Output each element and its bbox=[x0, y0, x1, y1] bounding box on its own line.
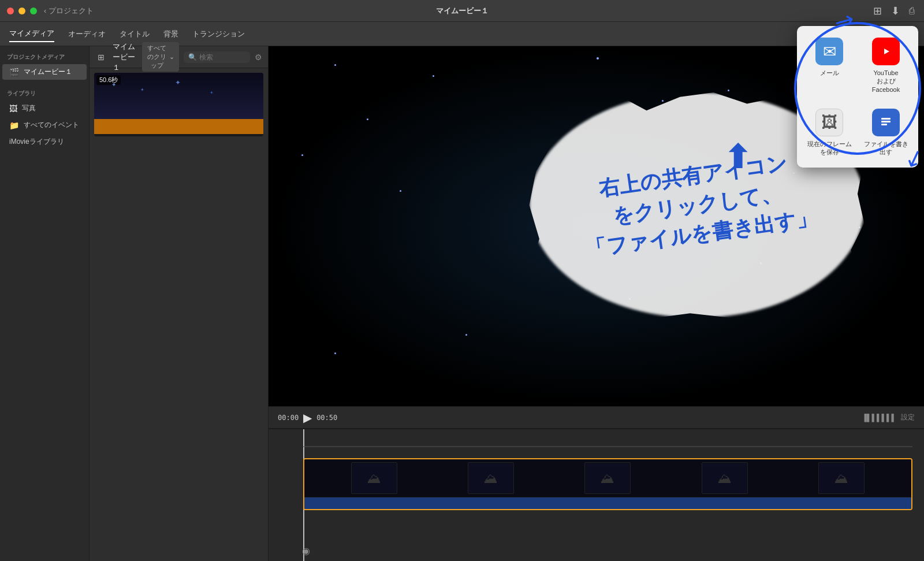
calendar-icon: 📁 bbox=[9, 121, 19, 130]
upload-arrow-icon: ⬆ bbox=[724, 139, 751, 176]
project-media-label: プロジェクトメディア bbox=[0, 50, 89, 64]
track-frame-1: ⛰ bbox=[351, 462, 397, 494]
media-grid: 50.6秒 ✦ ✦ ✦ ✦ bbox=[90, 68, 268, 561]
maximize-button[interactable] bbox=[30, 8, 37, 14]
file-icon-box bbox=[872, 109, 900, 136]
grid-view-button[interactable]: ⊞ bbox=[871, 3, 884, 18]
media-panel-header: ⊞ マイムービー１ すべてのクリップ ⌄ 🔍 ⚙ bbox=[90, 46, 268, 68]
share-popup: ✉ メール YouTubeおよびFacebook 🖼 現在のフレームを保存 ファ… bbox=[797, 26, 918, 168]
track-audio-waveform bbox=[304, 497, 911, 510]
track-filmstrip: ⛰ ⛰ ⛰ ⛰ ⛰ bbox=[304, 459, 911, 497]
tab-audio[interactable]: オーディオ bbox=[68, 27, 106, 42]
close-button[interactable] bbox=[7, 8, 14, 14]
play-button[interactable]: ▶ bbox=[303, 411, 312, 425]
media-thumbnail[interactable]: 50.6秒 ✦ ✦ ✦ ✦ bbox=[94, 73, 263, 136]
track-frame-3: ⛰ bbox=[584, 462, 631, 494]
sidebar-item-imovie-library[interactable]: iMovieライブラリ bbox=[2, 134, 87, 150]
svg-rect-4 bbox=[881, 118, 891, 120]
sidebar-imovie-label: iMovieライブラリ bbox=[9, 137, 64, 147]
tab-transition[interactable]: トランジション bbox=[192, 27, 245, 42]
share-frame-button[interactable]: 🖼 現在のフレームを保存 bbox=[804, 104, 855, 161]
toolbar: マイメディア オーディオ タイトル 背景 トランジション ✦ ◐ ◉ ⊡ 📷 🔊… bbox=[0, 22, 924, 46]
share-mail-button[interactable]: ✉ メール bbox=[804, 33, 855, 98]
duration-badge: 50.6秒 bbox=[96, 75, 121, 85]
sidebar-item-all-events[interactable]: 📁 すべてのイベント bbox=[2, 117, 87, 133]
minimize-button[interactable] bbox=[18, 8, 25, 14]
total-time: 00:50 bbox=[316, 414, 337, 422]
window-controls bbox=[7, 8, 37, 14]
youtube-icon-box bbox=[872, 38, 900, 65]
current-time: 00:00 bbox=[278, 414, 299, 422]
sidebar-item-my-movie[interactable]: 🎬 マイムービー１ bbox=[2, 64, 87, 80]
timeline-track[interactable]: ⛰ ⛰ ⛰ ⛰ ⛰ bbox=[303, 458, 912, 510]
sidebar-item-photos[interactable]: 🖼 写真 bbox=[2, 101, 87, 116]
tab-my-media[interactable]: マイメディア bbox=[9, 26, 54, 42]
chevron-left-icon: ‹ bbox=[44, 6, 46, 15]
timeline-handle-icon[interactable]: ◉ bbox=[302, 545, 310, 556]
share-button[interactable]: ⎙ bbox=[907, 5, 917, 17]
timeline-area: ⛰ ⛰ ⛰ ⛰ ⛰ ◉ bbox=[269, 428, 924, 561]
window-title: マイムービー１ bbox=[436, 6, 489, 16]
settings-icon[interactable]: ⚙ bbox=[255, 53, 262, 62]
title-bar-actions: ⊞ ⬇ ⎙ bbox=[871, 3, 917, 18]
chevron-down-icon: ⌄ bbox=[169, 53, 174, 61]
main-layout: プロジェクトメディア 🎬 マイムービー１ ライブラリ 🖼 写真 📁 すべてのイベ… bbox=[0, 46, 924, 561]
youtube-label: YouTubeおよびFacebook bbox=[863, 69, 909, 94]
preview-controls: 00:00 ▶ 00:50 ▐▌▌▌▌▌▌ 設定 bbox=[269, 406, 924, 428]
track-frame-2: ⛰ bbox=[468, 462, 514, 494]
volume-control: ▐▌▌▌▌▌▌ bbox=[862, 414, 896, 422]
search-icon: 🔍 bbox=[188, 53, 197, 61]
track-frame-5: ⛰ bbox=[818, 462, 865, 494]
svg-rect-5 bbox=[881, 121, 891, 122]
share-file-button[interactable]: ファイルを書き出す bbox=[860, 104, 911, 161]
search-input[interactable] bbox=[199, 53, 245, 61]
sidebar: プロジェクトメディア 🎬 マイムービー１ ライブラリ 🖼 写真 📁 すべてのイベ… bbox=[0, 46, 90, 561]
track-frame-4: ⛰ bbox=[702, 462, 748, 494]
back-button[interactable]: ‹ プロジェクト bbox=[44, 6, 94, 16]
file-label: ファイルを書き出す bbox=[863, 140, 909, 157]
title-bar: ‹ プロジェクト マイムービー１ ⊞ ⬇ ⎙ bbox=[0, 0, 924, 22]
film-icon: 🎬 bbox=[9, 68, 19, 77]
settings-label[interactable]: 設定 bbox=[901, 413, 915, 422]
sidebar-toggle-button[interactable]: ⊞ bbox=[95, 51, 107, 63]
file-export-icon bbox=[878, 114, 894, 131]
mail-icon-box: ✉ bbox=[815, 38, 843, 65]
sidebar-all-events-label: すべてのイベント bbox=[24, 120, 79, 130]
filter-label: すべてのクリップ bbox=[147, 44, 167, 70]
youtube-icon bbox=[878, 46, 894, 57]
ruler-svg bbox=[303, 435, 912, 452]
media-panel: ⊞ マイムービー１ すべてのクリップ ⌄ 🔍 ⚙ 50.6秒 ✦ ✦ ✦ ✦ bbox=[90, 46, 269, 561]
search-box: 🔍 bbox=[184, 51, 250, 63]
share-youtube-button[interactable]: YouTubeおよびFacebook bbox=[860, 33, 911, 98]
timeline-track-container: ⛰ ⛰ ⛰ ⛰ ⛰ bbox=[303, 458, 912, 510]
import-button[interactable]: ⬇ bbox=[889, 3, 902, 18]
photo-icon: 🖼 bbox=[9, 104, 17, 113]
sidebar-project-name: マイムービー１ bbox=[24, 67, 72, 77]
tab-title[interactable]: タイトル bbox=[120, 27, 150, 42]
frame-icon-box: 🖼 bbox=[815, 109, 843, 136]
filter-button[interactable]: すべてのクリップ ⌄ bbox=[142, 42, 179, 72]
sidebar-photos-label: 写真 bbox=[22, 103, 36, 113]
frame-label: 現在のフレームを保存 bbox=[806, 140, 852, 157]
mail-label: メール bbox=[820, 69, 839, 77]
tab-background[interactable]: 背景 bbox=[163, 27, 178, 42]
timeline-ruler bbox=[303, 435, 912, 452]
thumb-strip bbox=[94, 119, 263, 134]
volume-slider[interactable]: ▐▌▌▌▌▌▌ bbox=[862, 414, 896, 422]
svg-rect-6 bbox=[881, 124, 887, 125]
library-label: ライブラリ bbox=[0, 86, 89, 100]
back-label: プロジェクト bbox=[49, 6, 94, 16]
